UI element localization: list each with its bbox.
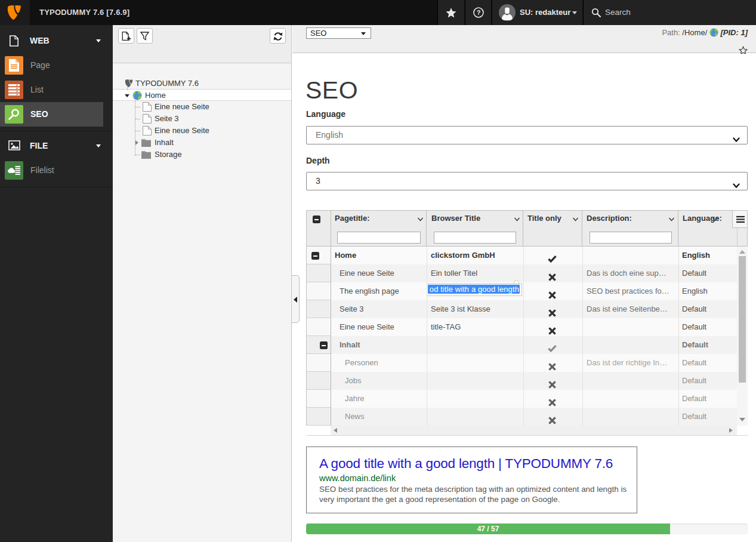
svg-text:?: ? (477, 9, 481, 16)
